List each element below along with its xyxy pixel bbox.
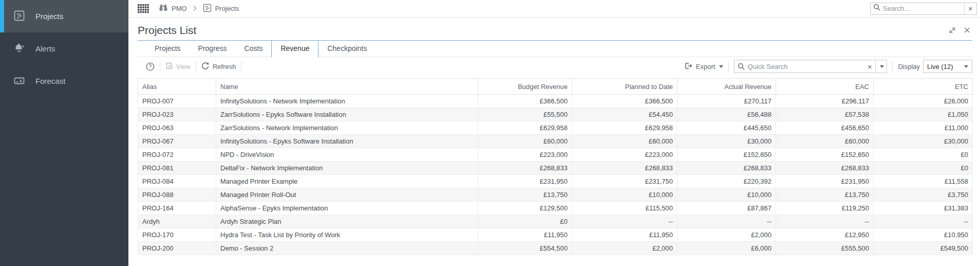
- display-select-dropdown[interactable]: [959, 60, 972, 73]
- cell[interactable]: PROJ-081: [138, 162, 216, 175]
- cell[interactable]: £629,958: [572, 121, 677, 135]
- table-row[interactable]: PROJ-072NPD - DriveVision£223,000£223,00…: [138, 148, 973, 162]
- cell[interactable]: Hydra Test - Task List by Priority of Wo…: [216, 228, 478, 242]
- view-button[interactable]: View: [165, 62, 191, 72]
- cell[interactable]: £0: [874, 148, 973, 162]
- cell[interactable]: PROJ-200: [138, 242, 216, 255]
- app-launcher-grid-icon[interactable]: [138, 4, 149, 13]
- cell[interactable]: PROJ-007: [138, 95, 216, 108]
- cell[interactable]: £54,450: [572, 108, 677, 121]
- column-header-eac[interactable]: EAC: [776, 79, 874, 95]
- cell[interactable]: £119,250: [776, 202, 874, 215]
- cell[interactable]: £152,650: [776, 148, 874, 162]
- breadcrumb-app[interactable]: PMO: [159, 4, 187, 13]
- cell[interactable]: Managed Printer Roll-Out: [216, 188, 478, 202]
- cell[interactable]: PROJ-088: [138, 188, 216, 202]
- quick-search-input[interactable]: [747, 63, 864, 70]
- table-row[interactable]: PROJ-088Managed Printer Roll-Out£13,750£…: [138, 188, 973, 202]
- cell[interactable]: PROJ-072: [138, 148, 216, 162]
- table-row[interactable]: PROJ-063ZarrSolutions - Network Implemen…: [138, 121, 973, 135]
- cell[interactable]: £268,833: [478, 162, 572, 175]
- cell[interactable]: £152,650: [677, 148, 776, 162]
- sidebar-item-alerts[interactable]: Alerts: [0, 32, 128, 65]
- cell[interactable]: DeltaFix - Network Implementation: [216, 162, 478, 175]
- cell[interactable]: £268,833: [572, 162, 677, 175]
- cell[interactable]: --: [776, 215, 874, 228]
- cell[interactable]: £60,000: [478, 135, 572, 148]
- cell[interactable]: £115,500: [572, 202, 677, 215]
- tab-costs[interactable]: Costs: [236, 41, 272, 57]
- cell[interactable]: £10,000: [572, 188, 677, 202]
- cell[interactable]: £11,000: [874, 121, 973, 135]
- cell[interactable]: £31,383: [874, 202, 973, 215]
- cell[interactable]: £3,750: [874, 188, 973, 202]
- cell[interactable]: PROJ-067: [138, 135, 216, 148]
- cell[interactable]: £1,050: [874, 108, 973, 121]
- cell[interactable]: AlphaSense - Epyks Implementation: [216, 202, 478, 215]
- cell[interactable]: £10,000: [677, 188, 776, 202]
- table-row[interactable]: PROJ-200Demo - Session 2£554,500£2,000£6…: [138, 242, 973, 255]
- table-row[interactable]: PROJ-164AlphaSense - Epyks Implementatio…: [138, 202, 973, 215]
- cell[interactable]: £268,833: [776, 162, 874, 175]
- cell[interactable]: ZarrSolutions - Epyks Software Installat…: [216, 108, 478, 121]
- cell[interactable]: £0: [478, 215, 572, 228]
- cell[interactable]: £30,000: [874, 135, 973, 148]
- cell[interactable]: £456,650: [776, 121, 874, 135]
- sidebar-item-forecast[interactable]: s Forecast: [0, 65, 128, 97]
- cell[interactable]: £6,000: [677, 242, 776, 255]
- table-row[interactable]: PROJ-081DeltaFix - Network Implementatio…: [138, 162, 973, 175]
- export-button[interactable]: Export: [684, 62, 724, 72]
- cell[interactable]: £55,500: [478, 108, 572, 121]
- cell[interactable]: Ardyh: [138, 215, 216, 228]
- cell[interactable]: Demo - Session 2: [216, 242, 478, 255]
- cell[interactable]: £270,117: [677, 95, 776, 108]
- cell[interactable]: £57,538: [776, 108, 874, 121]
- cell[interactable]: PROJ-170: [138, 228, 216, 242]
- cell[interactable]: InfinitySolutions - Epyks Software Insta…: [216, 135, 478, 148]
- column-header-etc[interactable]: ETC: [874, 79, 973, 95]
- cell[interactable]: ZarrSolutions - Network Implementation: [216, 121, 478, 135]
- cell[interactable]: £366,500: [478, 95, 572, 108]
- close-icon[interactable]: ×: [964, 26, 970, 34]
- display-select[interactable]: Live (12): [923, 60, 972, 73]
- column-header-name[interactable]: Name: [216, 79, 478, 95]
- cell[interactable]: £30,000: [677, 135, 776, 148]
- help-button[interactable]: ?: [146, 62, 155, 71]
- cell[interactable]: £56,488: [677, 108, 776, 121]
- cell[interactable]: £554,500: [478, 242, 572, 255]
- cell[interactable]: £26,000: [874, 95, 973, 108]
- column-header-actual-revenue[interactable]: Actual Revenue: [677, 79, 776, 95]
- cell[interactable]: £11,950: [572, 228, 677, 242]
- cell[interactable]: £231,950: [776, 175, 874, 188]
- cell[interactable]: NPD - DriveVision: [216, 148, 478, 162]
- cell[interactable]: £549,500: [874, 242, 973, 255]
- expand-icon[interactable]: [948, 26, 956, 34]
- cell[interactable]: PROJ-084: [138, 175, 216, 188]
- cell[interactable]: £223,000: [478, 148, 572, 162]
- cell[interactable]: £223,000: [572, 148, 677, 162]
- column-header-alias[interactable]: Alias: [138, 79, 216, 95]
- column-header-budget-revenue[interactable]: Budget Revenue: [478, 79, 572, 95]
- table-row[interactable]: ArdyhArdyh Strategic Plan£0--------: [138, 215, 973, 228]
- cell[interactable]: £366,500: [572, 95, 677, 108]
- cell[interactable]: £296,117: [776, 95, 874, 108]
- table-row[interactable]: PROJ-007InfinitySolutions - Network Impl…: [138, 95, 973, 108]
- cell[interactable]: £129,500: [478, 202, 572, 215]
- cell[interactable]: £13,750: [478, 188, 572, 202]
- breadcrumb-page[interactable]: Projects: [203, 4, 239, 14]
- cell[interactable]: £231,750: [572, 175, 677, 188]
- cell[interactable]: InfinitySolutions - Network Implementati…: [216, 95, 478, 108]
- table-row[interactable]: PROJ-023ZarrSolutions - Epyks Software I…: [138, 108, 973, 121]
- cell[interactable]: £0: [874, 162, 973, 175]
- cell[interactable]: £10,950: [874, 228, 973, 242]
- tab-progress[interactable]: Progress: [190, 41, 236, 57]
- cell[interactable]: £445,650: [677, 121, 776, 135]
- cell[interactable]: --: [572, 215, 677, 228]
- sidebar-item-projects[interactable]: Projects: [0, 0, 128, 32]
- cell[interactable]: PROJ-063: [138, 121, 216, 135]
- cell[interactable]: £231,950: [478, 175, 572, 188]
- cell[interactable]: £13,750: [776, 188, 874, 202]
- search-clear-icon[interactable]: ×: [964, 3, 976, 14]
- cell[interactable]: £268,833: [677, 162, 776, 175]
- table-row[interactable]: PROJ-067InfinitySolutions - Epyks Softwa…: [138, 135, 973, 148]
